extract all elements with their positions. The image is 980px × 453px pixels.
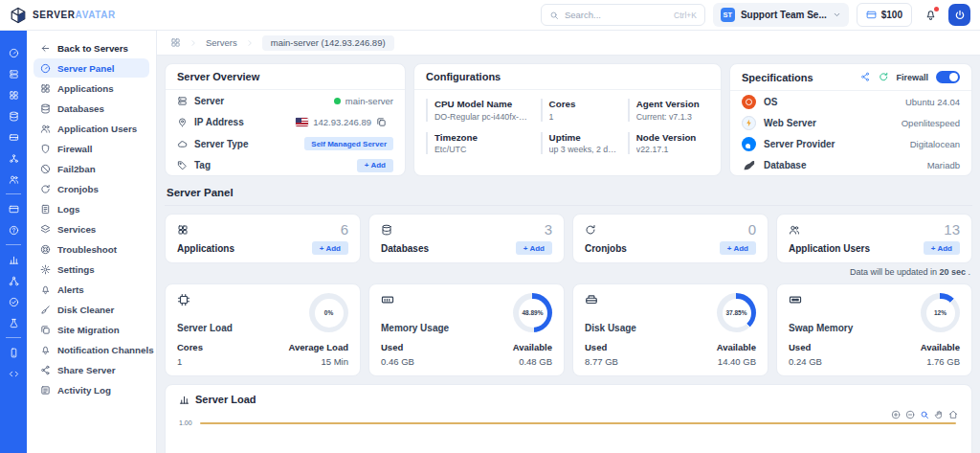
sidebar-item-share-server[interactable]: Share Server bbox=[33, 360, 149, 379]
power-button[interactable] bbox=[948, 4, 970, 26]
sidebar-item-services[interactable]: Services bbox=[33, 219, 149, 238]
openlitespeed-icon bbox=[742, 116, 756, 130]
breadcrumb-servers[interactable]: Servers bbox=[206, 37, 237, 48]
account-dropdown[interactable]: ST Support Team Se... bbox=[713, 3, 849, 27]
add-application-user-button[interactable]: + Add bbox=[924, 241, 960, 255]
overview-row-ip: IP Address 142.93.246.89 bbox=[166, 112, 405, 134]
applications-icon[interactable] bbox=[9, 90, 19, 101]
server-name-value: main-server bbox=[345, 96, 393, 106]
search-input[interactable] bbox=[565, 10, 660, 20]
sidebar-item-fail2ban[interactable]: Fail2ban bbox=[33, 159, 149, 178]
add-tag-button[interactable]: + Add bbox=[357, 159, 393, 172]
home-reset-icon[interactable] bbox=[948, 410, 958, 419]
sidebar-item-alerts[interactable]: Alerts bbox=[33, 280, 149, 299]
sidebar-item-notification-channels[interactable]: Notification Channels bbox=[33, 340, 149, 359]
logo-text: SERVERAVATAR bbox=[33, 10, 116, 20]
sidebar-item-site-migration[interactable]: Site Migration bbox=[33, 320, 149, 339]
back-to-servers[interactable]: Back to Servers bbox=[33, 38, 149, 57]
share-specs-icon[interactable] bbox=[860, 72, 871, 82]
cronjobs-stat-card[interactable]: 0 Cronjobs+ Add bbox=[572, 214, 768, 263]
cluster-icon[interactable] bbox=[9, 276, 19, 286]
database-icon bbox=[381, 224, 392, 236]
code-icon[interactable] bbox=[9, 369, 19, 379]
copy-icon bbox=[40, 325, 51, 335]
add-application-button[interactable]: + Add bbox=[312, 241, 348, 255]
add-cronjob-button[interactable]: + Add bbox=[720, 241, 756, 255]
search-shortcut: Ctrl+K bbox=[674, 11, 697, 20]
overview-row-server-type: Server Type Self Managed Server bbox=[166, 133, 405, 155]
bell-icon bbox=[40, 284, 51, 295]
sidebar-item-applications[interactable]: Applications bbox=[33, 79, 149, 98]
swap-memory-card: 12% Swap Memory Used0.24 GB Available1.7… bbox=[776, 283, 972, 376]
network-icon[interactable] bbox=[9, 153, 19, 164]
add-database-button[interactable]: + Add bbox=[516, 241, 552, 255]
server-type-badge: Self Managed Server bbox=[304, 137, 393, 150]
power-icon bbox=[954, 10, 966, 21]
applications-count: 6 bbox=[341, 221, 348, 238]
grid-menu-icon[interactable] bbox=[170, 37, 181, 48]
applications-grid-icon bbox=[40, 83, 51, 94]
sidebar: Back to Servers Server Panel Application… bbox=[27, 31, 157, 453]
zoom-in-circle-icon[interactable] bbox=[891, 410, 901, 419]
data-update-note: Data will be updated in 20 sec . bbox=[167, 267, 970, 277]
server-panel-icon[interactable] bbox=[9, 69, 19, 79]
load-series-line bbox=[200, 422, 956, 424]
sidebar-item-application-users[interactable]: Application Users bbox=[33, 119, 149, 138]
balance-button[interactable]: $100 bbox=[857, 3, 912, 27]
sidebar-item-disk-cleaner[interactable]: Disk Cleaner bbox=[33, 300, 149, 319]
mobile-icon[interactable] bbox=[9, 348, 19, 358]
firewall-label: Firewall bbox=[896, 73, 928, 82]
list-icon bbox=[40, 385, 51, 396]
hard-disk-icon bbox=[585, 293, 598, 306]
notifications-button[interactable] bbox=[920, 5, 941, 26]
selection-zoom-icon[interactable] bbox=[920, 410, 929, 419]
copy-ip-icon[interactable] bbox=[376, 117, 387, 127]
chart-plot-area[interactable]: 1.00 bbox=[179, 419, 958, 439]
sidebar-item-server-panel[interactable]: Server Panel bbox=[33, 58, 149, 78]
sidebar-item-cronjobs[interactable]: Cronjobs bbox=[33, 179, 149, 198]
serveravatar-logo[interactable]: SERVERAVATAR bbox=[10, 7, 116, 24]
sidebar-item-settings[interactable]: Settings bbox=[33, 260, 149, 279]
help-icon[interactable] bbox=[9, 225, 19, 236]
sidebar-item-activity-log[interactable]: Activity Log bbox=[33, 380, 149, 399]
lab-icon[interactable] bbox=[9, 318, 19, 328]
location-pin-icon bbox=[177, 117, 188, 127]
dashboard-gauge-icon[interactable] bbox=[9, 48, 19, 58]
databases-stat-card[interactable]: 3 Databases+ Add bbox=[368, 214, 565, 263]
server-overview-card: Server Overview Server main-server IP Ad… bbox=[165, 63, 406, 176]
users-icon[interactable] bbox=[9, 174, 19, 185]
chevron-down-icon bbox=[833, 11, 841, 19]
disk-available-value: 14.40 GB bbox=[717, 356, 756, 367]
storage-icon[interactable] bbox=[9, 132, 19, 143]
overview-row-server: Server main-server bbox=[166, 90, 405, 112]
databases-icon[interactable] bbox=[9, 111, 19, 122]
sidebar-item-logs[interactable]: Logs bbox=[33, 199, 149, 218]
sidebar-item-firewall[interactable]: Firewall bbox=[33, 139, 149, 158]
sidebar-item-troubleshoot[interactable]: Troubleshoot bbox=[33, 239, 149, 259]
global-search[interactable]: Ctrl+K bbox=[541, 4, 705, 26]
logo-cube-icon bbox=[10, 7, 27, 24]
breadcrumb-current-server[interactable]: main-server (142.93.246.89) bbox=[262, 35, 394, 51]
billing-icon[interactable] bbox=[9, 204, 19, 215]
refresh-icon bbox=[585, 224, 596, 236]
rail-divider bbox=[6, 244, 21, 245]
refresh-specs-icon[interactable] bbox=[879, 72, 889, 82]
spec-row-provider: Server Provider Digitalocean bbox=[730, 133, 971, 154]
account-avatar: ST bbox=[721, 8, 735, 22]
status-check-icon[interactable] bbox=[9, 297, 19, 307]
sidebar-item-databases[interactable]: Databases bbox=[33, 99, 149, 118]
server-load-donut: 0% bbox=[309, 293, 348, 332]
analytics-icon[interactable] bbox=[9, 255, 19, 265]
databases-count: 3 bbox=[545, 221, 552, 238]
pan-hand-icon[interactable] bbox=[934, 410, 944, 419]
spec-row-web-server: Web Server Openlitespeed bbox=[730, 112, 971, 133]
application-users-stat-card[interactable]: 13 Application Users+ Add bbox=[776, 214, 972, 263]
us-flag-icon bbox=[296, 118, 308, 126]
zoom-out-circle-icon[interactable] bbox=[905, 410, 915, 419]
firewall-toggle[interactable] bbox=[936, 71, 960, 83]
swap-available-value: 1.76 GB bbox=[921, 356, 960, 367]
applications-stat-card[interactable]: 6 Applications+ Add bbox=[165, 214, 361, 263]
configurations-title: Configurations bbox=[414, 64, 721, 90]
y-axis-tick: 1.00 bbox=[179, 419, 192, 426]
memory-available-value: 0.48 GB bbox=[513, 356, 552, 367]
